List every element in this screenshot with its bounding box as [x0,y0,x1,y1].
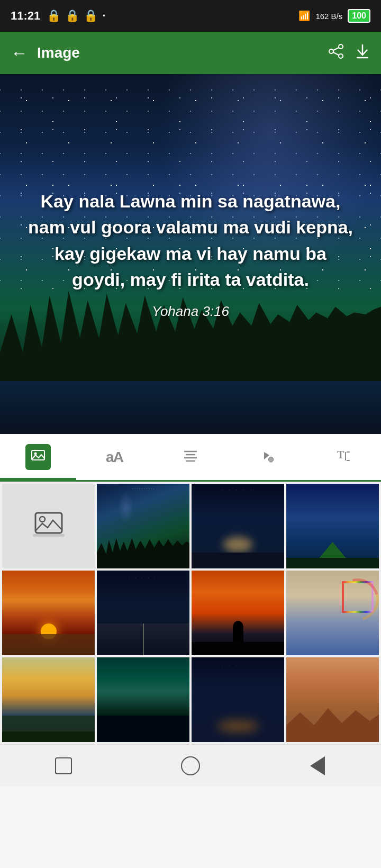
quote-overlay: Kay nala Lawna min sa nagatnawa, nam vul… [0,74,381,434]
circle-icon [181,756,200,775]
align-icon [183,447,198,467]
status-bar: 11:21 🔒 🔒 🔒 · 📶 162 B/s 100 [0,0,381,32]
dot-icon: · [102,9,105,23]
app-bar-actions [328,43,370,63]
app-bar: ← Image [0,32,381,74]
toolbar-image-tab[interactable] [0,434,76,480]
nav-back-button[interactable] [302,750,333,782]
nav-recents-button[interactable] [48,750,79,782]
battery-indicator: 100 [348,9,370,23]
svg-rect-7 [32,450,44,460]
toolbar-textstyle-tab[interactable]: T [305,434,381,480]
list-item[interactable] [286,484,379,568]
main-image: Kay nala Lawna min sa nagatnawa, nam vul… [0,74,381,434]
page-title: Image [37,44,328,61]
list-item[interactable]: · · · · · [192,657,284,742]
image-icon [31,447,46,466]
list-item[interactable] [2,571,95,655]
fill-icon [259,447,275,467]
network-speed: 162 B/s [315,12,342,21]
svg-point-0 [339,44,343,49]
download-button[interactable] [355,43,370,63]
svg-point-1 [339,54,343,58]
status-icons: 🔒 🔒 🔒 · [47,9,105,23]
back-button[interactable]: ← [11,43,28,63]
svg-point-19 [40,517,45,522]
quote-text: Kay nala Lawna min sa nagatnawa, nam vul… [26,188,355,293]
svg-point-2 [329,49,333,53]
list-item[interactable] [2,657,95,742]
placeholder-icon [33,508,65,545]
nav-home-button[interactable] [175,750,206,782]
toolbar-align-tab[interactable] [152,434,229,480]
square-icon [55,757,72,774]
list-item[interactable]: · · · · · [192,484,284,568]
toolbar: aA T [0,434,381,482]
back-icon [310,756,325,775]
list-item[interactable] [286,571,379,655]
lock-icon-3: 🔒 [84,9,98,23]
list-item[interactable]: · · · · · [97,571,189,655]
list-item[interactable] [192,571,284,655]
quote-reference: Yohana 3:16 [152,303,229,320]
toolbar-fontsize-tab[interactable]: aA [76,434,152,480]
image-grid: · · · · · · · · · · · · · · · [0,482,381,744]
lock-icon-2: 🔒 [65,9,79,23]
svg-rect-20 [33,534,65,537]
list-item[interactable] [97,657,189,742]
svg-rect-18 [35,513,62,533]
share-button[interactable] [328,43,344,63]
fontsize-icon: aA [106,449,123,466]
svg-text:T: T [337,449,344,460]
textstyle-icon: T [335,447,351,467]
svg-line-3 [333,48,339,50]
list-item[interactable]: · · · · · · · · · · [97,484,189,568]
wifi-icon: 📶 [298,10,310,22]
image-grid-container: · · · · · · · · · · · · · · · [0,482,381,744]
toolbar-fill-tab[interactable] [229,434,305,480]
list-item[interactable] [2,484,95,568]
bottom-nav [0,744,381,786]
status-right: 📶 162 B/s 100 [298,9,370,23]
status-left: 11:21 🔒 🔒 🔒 · [11,9,105,23]
list-item[interactable] [286,657,379,742]
status-time: 11:21 [11,9,40,23]
lock-icon-1: 🔒 [47,9,61,23]
svg-line-4 [333,52,339,55]
